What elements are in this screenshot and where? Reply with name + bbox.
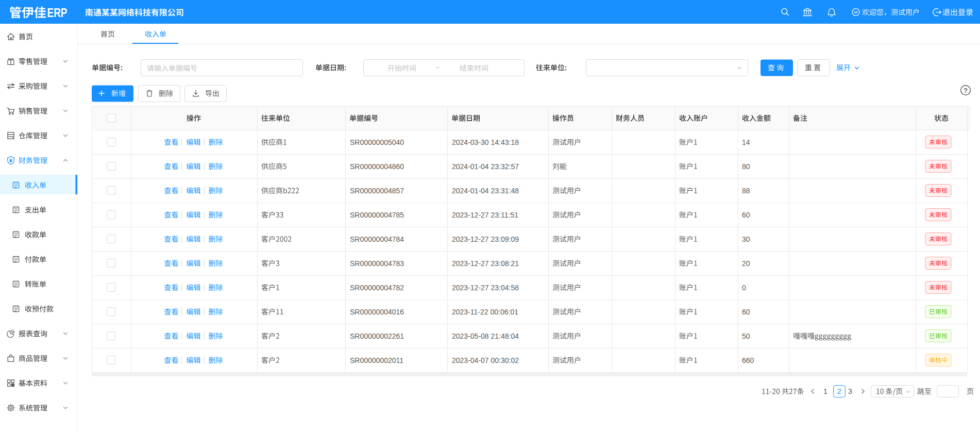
svg-text:80: 80 [742,162,750,171]
svg-text:14: 14 [742,138,750,146]
svg-text:2023-12-27 23:09:09: 2023-12-27 23:09:09 [452,235,519,243]
svg-text:20: 20 [742,259,750,268]
svg-text:ERP: ERP [47,6,67,20]
svg-text:SR00000004785: SR00000004785 [350,211,404,219]
svg-text:SR00000004782: SR00000004782 [350,284,404,292]
svg-text:SR00000002011: SR00000002011 [350,356,403,364]
svg-text:50: 50 [742,332,750,340]
svg-text:1: 1 [823,387,827,395]
svg-text:?: ? [964,87,968,94]
svg-text:30: 30 [742,235,750,243]
svg-text:SR00000004860: SR00000004860 [350,162,404,171]
svg-text:2024-03-30 14:43:18: 2024-03-30 14:43:18 [452,138,519,146]
svg-text:2: 2 [837,387,841,395]
svg-text:2023-11-22 00:06:01: 2023-11-22 00:06:01 [452,308,518,316]
svg-text:2024-01-04 23:31:48: 2024-01-04 23:31:48 [452,187,519,195]
svg-text:2023-04-07 00:30:02: 2023-04-07 00:30:02 [452,356,519,364]
svg-text:2023-12-27 23:11:51: 2023-12-27 23:11:51 [452,211,518,219]
svg-text:2023-05-08 21:48:04: 2023-05-08 21:48:04 [452,332,519,340]
svg-text:2023-12-27 23:04:58: 2023-12-27 23:04:58 [452,284,519,292]
svg-text:~: ~ [435,63,440,72]
svg-text:SR00000005040: SR00000005040 [350,138,404,146]
svg-text:60: 60 [742,211,750,219]
svg-text:2024-01-04 23:32:57: 2024-01-04 23:32:57 [452,162,519,171]
svg-text:SR00000004784: SR00000004784 [350,235,404,243]
svg-text:88: 88 [742,187,750,195]
svg-text:60: 60 [742,308,750,316]
svg-text:SR00000004016: SR00000004016 [350,308,404,316]
svg-text:SR00000004783: SR00000004783 [350,259,404,268]
svg-text:SR00000004857: SR00000004857 [350,187,404,195]
svg-text:3: 3 [848,387,852,395]
svg-text:SR00000002261: SR00000002261 [350,332,404,340]
svg-text:660: 660 [742,356,754,364]
svg-text:0: 0 [742,284,746,292]
svg-text:2023-12-27 23:08:21: 2023-12-27 23:08:21 [452,259,519,268]
